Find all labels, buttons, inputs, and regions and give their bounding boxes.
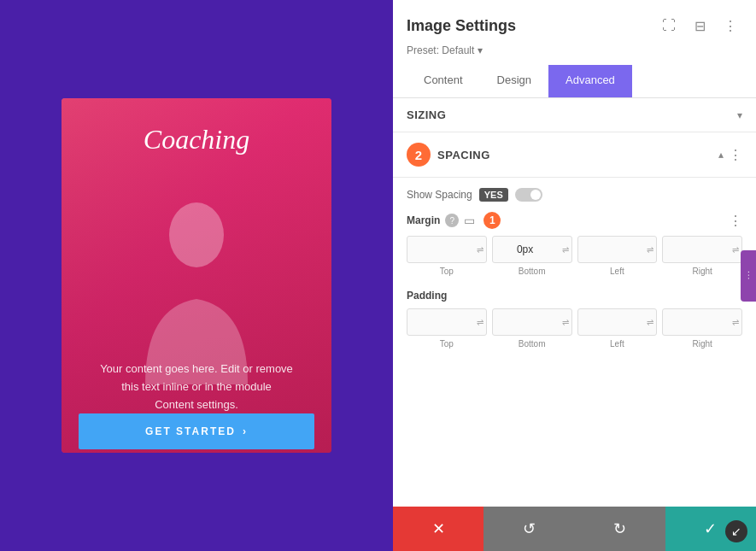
yes-toggle[interactable]: YES	[479, 188, 508, 202]
padding-right-field: ⇌ Right	[662, 308, 742, 349]
tab-content[interactable]: Content	[407, 65, 480, 97]
link-icon: ⇌	[562, 318, 569, 327]
margin-fields: ⇌ Top ⇌ Bottom ⇌	[407, 236, 742, 276]
link-icon: ⇌	[647, 245, 653, 255]
sizing-chevron-icon: ▾	[737, 109, 742, 121]
padding-top-field: ⇌ Top	[407, 308, 487, 349]
sizing-section-header[interactable]: Sizing ▾	[393, 98, 756, 132]
margin-group: Margin ? ▭ 1 ⋮ ⇌	[407, 212, 742, 276]
margin-header: Margin ? ▭ 1 ⋮	[407, 212, 742, 229]
yes-label: YES	[484, 190, 503, 200]
link-icon: ⇌	[732, 245, 739, 255]
padding-left-input[interactable]	[577, 308, 658, 336]
panel-header: Image Settings ⛶ ⊟ ⋮ Preset: Default ▾ C…	[393, 0, 756, 98]
padding-bottom-input[interactable]	[492, 308, 572, 336]
padding-label: Padding	[407, 290, 447, 302]
more-vert-icon: ⋮	[724, 18, 737, 34]
spacing-toggle[interactable]	[515, 188, 542, 202]
panel-body: Sizing ▾ 2 Spacing ▴ ⋮ Show Spacing	[393, 98, 756, 507]
panel-footer: ✕ ↺ ↻ ✓	[393, 507, 756, 551]
preset-selector[interactable]: Preset: Default ▾	[407, 44, 742, 56]
margin-more-icon[interactable]: ⋮	[729, 213, 742, 229]
link-icon: ⇌	[477, 245, 483, 255]
margin-top-label: Top	[440, 267, 454, 276]
margin-right-field: ⇌ Right	[662, 236, 742, 276]
settings-panel: Image Settings ⛶ ⊟ ⋮ Preset: Default ▾ C…	[393, 0, 756, 551]
spacing-left: 2 Spacing	[407, 143, 490, 167]
padding-fields: ⇌ Top ⇌ Bottom ⇌	[407, 308, 742, 349]
confirm-icon: ✓	[704, 519, 717, 538]
margin-left-field: ⇌ Left	[577, 236, 658, 276]
margin-bottom-field: ⇌ Bottom	[492, 236, 572, 276]
redo-icon: ↻	[613, 519, 626, 538]
undo-button[interactable]: ↺	[483, 507, 574, 551]
badge-1: 1	[483, 212, 501, 229]
margin-help-icon[interactable]: ?	[445, 214, 459, 227]
show-spacing-label: Show Spacing	[407, 189, 472, 201]
margin-right-label: Right	[692, 267, 712, 276]
tabs-row: Content Design Advanced	[407, 65, 742, 97]
spacing-label: Spacing	[437, 149, 490, 161]
link-icon: ⇌	[732, 318, 739, 327]
spacing-chevron-up-icon: ▴	[718, 149, 724, 161]
margin-label: Margin	[407, 214, 440, 226]
preset-label: Preset: Default	[407, 44, 474, 56]
link-icon: ⇌	[647, 318, 653, 327]
fullscreen-button[interactable]: ⛶	[657, 14, 681, 38]
margin-top-input[interactable]	[407, 236, 487, 263]
sizing-label: Sizing	[407, 108, 446, 121]
margin-left-input[interactable]	[577, 236, 658, 263]
margin-left-label: Left	[610, 267, 624, 276]
margin-bottom-input[interactable]	[492, 236, 572, 263]
spacing-content: Show Spacing YES Margin ? ▭ 1 ⋮	[393, 178, 756, 364]
tab-advanced[interactable]: Advanced	[548, 65, 632, 97]
show-spacing-row: Show Spacing YES	[407, 188, 742, 202]
columns-button[interactable]: ⊟	[688, 14, 712, 38]
padding-header: Padding	[407, 290, 742, 302]
cancel-button[interactable]: ✕	[393, 507, 483, 551]
edge-handle-icon: ···	[744, 271, 753, 280]
coaching-card: Coaching Your content goes here. Edit or…	[62, 98, 331, 453]
spacing-right: ▴ ⋮	[718, 147, 742, 163]
padding-right-input[interactable]	[662, 308, 742, 336]
panel-title-row: Image Settings ⛶ ⊟ ⋮	[407, 14, 742, 38]
spacing-section-header: 2 Spacing ▴ ⋮	[393, 132, 756, 178]
coaching-title: Coaching	[144, 124, 249, 155]
cursor-tool-icon[interactable]: ↙	[725, 520, 747, 542]
padding-bottom-field: ⇌ Bottom	[492, 308, 572, 349]
coaching-body: Your content goes here. Edit or remove t…	[100, 360, 293, 413]
margin-bottom-label: Bottom	[519, 267, 546, 276]
padding-left-field: ⇌ Left	[577, 308, 658, 349]
edge-handle[interactable]: ···	[741, 250, 756, 302]
more-options-button[interactable]: ⋮	[718, 14, 742, 38]
padding-top-label: Top	[440, 339, 454, 349]
margin-top-field: ⇌ Top	[407, 236, 487, 276]
panel-icons: ⛶ ⊟ ⋮	[657, 14, 742, 38]
fullscreen-icon: ⛶	[662, 18, 676, 33]
panel-title: Image Settings	[407, 17, 516, 35]
cancel-icon: ✕	[432, 519, 445, 538]
device-icon[interactable]: ▭	[464, 214, 475, 227]
link-icon: ⇌	[562, 245, 569, 255]
columns-icon: ⊟	[694, 18, 706, 34]
padding-left-label: Left	[610, 339, 624, 349]
padding-group: Padding ⇌ Top ⇌	[407, 290, 742, 349]
redo-button[interactable]: ↻	[575, 507, 665, 551]
preset-chevron-icon: ▾	[478, 44, 483, 56]
canvas-area: Coaching Your content goes here. Edit or…	[0, 0, 393, 551]
margin-right-input[interactable]	[662, 236, 742, 263]
tab-design[interactable]: Design	[480, 65, 548, 97]
sizing-section: Sizing ▾	[393, 98, 756, 132]
padding-right-label: Right	[692, 339, 712, 349]
cta-button[interactable]: GET STARTED ›	[79, 413, 314, 449]
undo-icon: ↺	[523, 519, 536, 538]
padding-top-input[interactable]	[407, 308, 487, 336]
link-icon: ⇌	[477, 318, 483, 327]
spacing-more-icon[interactable]: ⋮	[729, 147, 742, 163]
padding-bottom-label: Bottom	[519, 339, 546, 349]
badge-2: 2	[407, 143, 431, 167]
